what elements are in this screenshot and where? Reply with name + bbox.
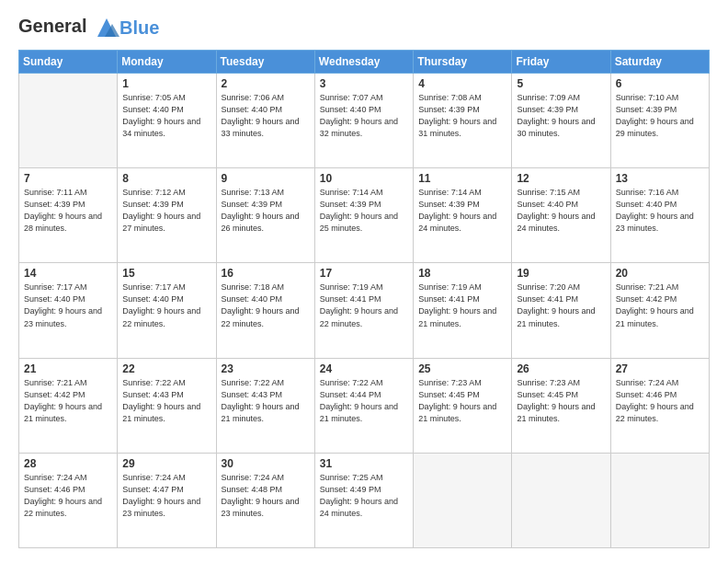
day-info: Sunrise: 7:10 AMSunset: 4:39 PMDaylight:…	[616, 92, 704, 140]
day-number: 3	[320, 77, 408, 90]
day-cell: 1Sunrise: 7:05 AMSunset: 4:40 PMDaylight…	[118, 74, 216, 168]
day-info: Sunrise: 7:23 AMSunset: 4:45 PMDaylight:…	[418, 377, 506, 425]
day-info: Sunrise: 7:19 AMSunset: 4:41 PMDaylight:…	[418, 282, 506, 329]
day-cell: 20Sunrise: 7:21 AMSunset: 4:42 PMDayligh…	[610, 263, 709, 358]
day-number: 14	[24, 267, 112, 280]
day-info: Sunrise: 7:08 AMSunset: 4:39 PMDaylight:…	[418, 92, 506, 140]
day-info: Sunrise: 7:24 AMSunset: 4:48 PMDaylight:…	[222, 472, 310, 520]
day-number: 10	[320, 172, 408, 185]
header: General Blue	[18, 15, 710, 40]
day-cell: 29Sunrise: 7:24 AMSunset: 4:47 PMDayligh…	[118, 453, 216, 547]
logo-general: General	[18, 16, 86, 36]
day-info: Sunrise: 7:18 AMSunset: 4:40 PMDaylight:…	[222, 282, 310, 329]
day-info: Sunrise: 7:22 AMSunset: 4:43 PMDaylight:…	[222, 377, 310, 425]
day-info: Sunrise: 7:15 AMSunset: 4:40 PMDaylight:…	[517, 187, 605, 235]
day-number: 12	[517, 172, 605, 185]
day-number: 8	[122, 172, 210, 185]
day-info: Sunrise: 7:05 AMSunset: 4:40 PMDaylight:…	[122, 92, 210, 140]
day-number: 4	[418, 77, 506, 90]
day-number: 23	[222, 362, 310, 375]
day-cell: 4Sunrise: 7:08 AMSunset: 4:39 PMDaylight…	[414, 74, 512, 168]
day-number: 29	[122, 457, 210, 470]
week-row-1: 7Sunrise: 7:11 AMSunset: 4:39 PMDaylight…	[19, 168, 710, 263]
day-info: Sunrise: 7:20 AMSunset: 4:41 PMDaylight:…	[517, 282, 605, 329]
day-cell: 8Sunrise: 7:12 AMSunset: 4:39 PMDaylight…	[118, 168, 216, 263]
weekday-header-wednesday: Wednesday	[314, 51, 413, 74]
day-number: 16	[222, 267, 310, 280]
day-cell: 19Sunrise: 7:20 AMSunset: 4:41 PMDayligh…	[512, 263, 610, 358]
day-cell: 3Sunrise: 7:07 AMSunset: 4:40 PMDaylight…	[314, 74, 413, 168]
day-cell	[19, 74, 118, 168]
day-number: 20	[616, 267, 704, 280]
weekday-header-sunday: Sunday	[19, 51, 118, 74]
logo-blue: Blue	[119, 17, 159, 39]
day-cell: 26Sunrise: 7:23 AMSunset: 4:45 PMDayligh…	[512, 358, 610, 453]
day-cell: 28Sunrise: 7:24 AMSunset: 4:46 PMDayligh…	[19, 453, 118, 547]
day-info: Sunrise: 7:14 AMSunset: 4:39 PMDaylight:…	[418, 187, 506, 235]
day-number: 1	[122, 77, 210, 90]
day-info: Sunrise: 7:19 AMSunset: 4:41 PMDaylight:…	[320, 282, 408, 329]
day-info: Sunrise: 7:24 AMSunset: 4:46 PMDaylight:…	[24, 472, 112, 520]
day-number: 6	[616, 77, 704, 90]
day-info: Sunrise: 7:22 AMSunset: 4:43 PMDaylight:…	[122, 377, 210, 425]
day-number: 21	[24, 362, 112, 375]
weekday-header-monday: Monday	[118, 51, 216, 74]
day-cell	[610, 453, 709, 547]
week-row-4: 28Sunrise: 7:24 AMSunset: 4:46 PMDayligh…	[19, 453, 710, 547]
day-number: 2	[222, 77, 310, 90]
day-number: 13	[616, 172, 704, 185]
day-info: Sunrise: 7:17 AMSunset: 4:40 PMDaylight:…	[24, 282, 112, 329]
day-info: Sunrise: 7:14 AMSunset: 4:39 PMDaylight:…	[320, 187, 408, 235]
day-info: Sunrise: 7:13 AMSunset: 4:39 PMDaylight:…	[222, 187, 310, 235]
day-info: Sunrise: 7:07 AMSunset: 4:40 PMDaylight:…	[320, 92, 408, 140]
logo-icon	[94, 15, 119, 40]
day-info: Sunrise: 7:21 AMSunset: 4:42 PMDaylight:…	[24, 377, 112, 425]
day-cell: 15Sunrise: 7:17 AMSunset: 4:40 PMDayligh…	[118, 263, 216, 358]
day-cell: 27Sunrise: 7:24 AMSunset: 4:46 PMDayligh…	[610, 358, 709, 453]
day-number: 24	[320, 362, 408, 375]
day-info: Sunrise: 7:17 AMSunset: 4:40 PMDaylight:…	[122, 282, 210, 329]
weekday-header-friday: Friday	[512, 51, 610, 74]
day-info: Sunrise: 7:16 AMSunset: 4:40 PMDaylight:…	[616, 187, 704, 235]
day-info: Sunrise: 7:06 AMSunset: 4:40 PMDaylight:…	[222, 92, 310, 140]
day-number: 15	[122, 267, 210, 280]
day-cell: 6Sunrise: 7:10 AMSunset: 4:39 PMDaylight…	[610, 74, 709, 168]
day-info: Sunrise: 7:24 AMSunset: 4:47 PMDaylight:…	[122, 472, 210, 520]
day-cell: 18Sunrise: 7:19 AMSunset: 4:41 PMDayligh…	[414, 263, 512, 358]
day-info: Sunrise: 7:23 AMSunset: 4:45 PMDaylight:…	[517, 377, 605, 425]
weekday-header-thursday: Thursday	[414, 51, 512, 74]
week-row-2: 14Sunrise: 7:17 AMSunset: 4:40 PMDayligh…	[19, 263, 710, 358]
day-cell: 12Sunrise: 7:15 AMSunset: 4:40 PMDayligh…	[512, 168, 610, 263]
day-number: 27	[616, 362, 704, 375]
day-number: 7	[24, 172, 112, 185]
day-cell: 10Sunrise: 7:14 AMSunset: 4:39 PMDayligh…	[314, 168, 413, 263]
day-cell: 9Sunrise: 7:13 AMSunset: 4:39 PMDaylight…	[216, 168, 314, 263]
day-cell: 11Sunrise: 7:14 AMSunset: 4:39 PMDayligh…	[414, 168, 512, 263]
day-cell: 16Sunrise: 7:18 AMSunset: 4:40 PMDayligh…	[216, 263, 314, 358]
day-cell: 2Sunrise: 7:06 AMSunset: 4:40 PMDaylight…	[216, 74, 314, 168]
day-info: Sunrise: 7:21 AMSunset: 4:42 PMDaylight:…	[616, 282, 704, 329]
day-number: 28	[24, 457, 112, 470]
logo: General Blue	[18, 15, 159, 40]
week-row-0: 1Sunrise: 7:05 AMSunset: 4:40 PMDaylight…	[19, 74, 710, 168]
day-cell: 23Sunrise: 7:22 AMSunset: 4:43 PMDayligh…	[216, 358, 314, 453]
week-row-3: 21Sunrise: 7:21 AMSunset: 4:42 PMDayligh…	[19, 358, 710, 453]
weekday-header-row: SundayMondayTuesdayWednesdayThursdayFrid…	[19, 51, 710, 74]
day-cell: 17Sunrise: 7:19 AMSunset: 4:41 PMDayligh…	[314, 263, 413, 358]
day-number: 9	[222, 172, 310, 185]
day-number: 22	[122, 362, 210, 375]
day-number: 25	[418, 362, 506, 375]
day-number: 11	[418, 172, 506, 185]
day-cell: 30Sunrise: 7:24 AMSunset: 4:48 PMDayligh…	[216, 453, 314, 547]
day-cell	[414, 453, 512, 547]
day-cell: 21Sunrise: 7:21 AMSunset: 4:42 PMDayligh…	[19, 358, 118, 453]
day-number: 31	[320, 457, 408, 470]
day-number: 18	[418, 267, 506, 280]
day-number: 30	[222, 457, 310, 470]
day-cell: 24Sunrise: 7:22 AMSunset: 4:44 PMDayligh…	[314, 358, 413, 453]
weekday-header-saturday: Saturday	[610, 51, 709, 74]
day-cell: 7Sunrise: 7:11 AMSunset: 4:39 PMDaylight…	[19, 168, 118, 263]
page: General Blue SundayMondayTuesdayWednesda…	[0, 0, 728, 563]
day-number: 5	[517, 77, 605, 90]
day-info: Sunrise: 7:11 AMSunset: 4:39 PMDaylight:…	[24, 187, 112, 235]
